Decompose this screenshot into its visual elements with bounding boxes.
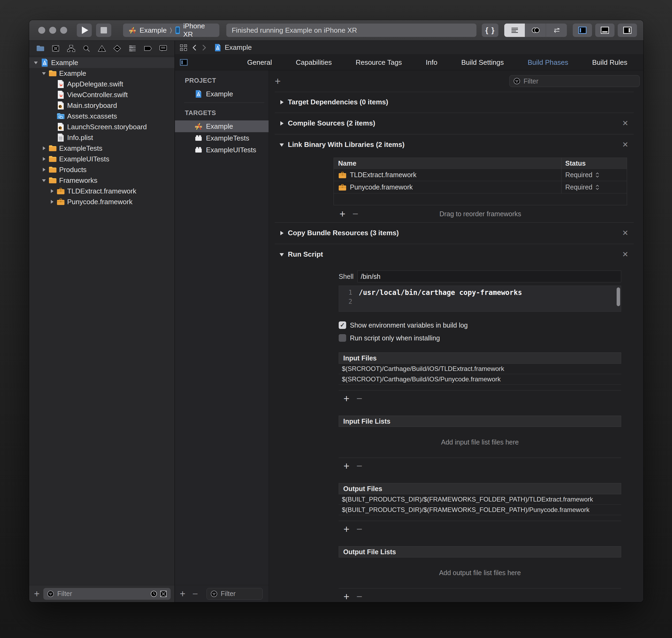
close-window-button[interactable]: [38, 27, 45, 34]
minus-icon[interactable]: −: [192, 589, 198, 599]
toggle-inspectors-button[interactable]: [618, 23, 637, 37]
column-header-status[interactable]: Status: [561, 158, 627, 169]
stepper-icon[interactable]: [595, 183, 600, 191]
script-code-editor[interactable]: 1 /usr/local/bin/carthage copy-framework…: [339, 286, 621, 312]
tree-item-appdelegate-swift[interactable]: AppDelegate.swift: [29, 79, 174, 89]
tree-item-products[interactable]: Products: [29, 164, 174, 175]
scheme-selector[interactable]: Example 〉 iPhone XR: [123, 23, 219, 37]
stop-button[interactable]: [96, 23, 111, 37]
tree-item-exampletests[interactable]: ExampleTests: [29, 143, 174, 154]
scm-status-icon[interactable]: [159, 590, 168, 598]
tab-general[interactable]: General: [247, 58, 272, 67]
plus-icon[interactable]: +: [34, 589, 39, 599]
tab-build-rules[interactable]: Build Rules: [592, 58, 627, 67]
target-item-example[interactable]: Example: [175, 120, 269, 132]
navigator-tab-source-control[interactable]: [50, 43, 61, 54]
toggle-navigator-button[interactable]: [573, 23, 592, 37]
tab-info[interactable]: Info: [426, 58, 437, 67]
disclosure-collapsed-icon[interactable]: [41, 156, 47, 162]
tree-item-punycode-framework[interactable]: Punycode.framework: [29, 197, 174, 207]
tree-item-info-plist[interactable]: PLISTInfo.plist: [29, 132, 174, 143]
back-chevron-icon[interactable]: [192, 44, 197, 52]
framework-status[interactable]: Required: [565, 183, 592, 191]
standard-editor-button[interactable]: [504, 23, 525, 37]
target-item-exampleuitests[interactable]: ExampleUITests: [175, 144, 269, 156]
add-file-button[interactable]: +: [344, 591, 349, 602]
tree-item-exampleuitests[interactable]: ExampleUITests: [29, 154, 174, 164]
navigator-tab-issue[interactable]: [97, 43, 107, 54]
disclosure-collapsed-icon[interactable]: [41, 145, 47, 151]
section-expanded-icon[interactable]: [279, 142, 285, 148]
close-section-icon[interactable]: ✕: [622, 250, 628, 259]
navigator-tab-breakpoint[interactable]: [142, 43, 153, 54]
file-path-row[interactable]: $(SRCROOT)/Carthage/Build/iOS/TLDExtract…: [339, 364, 621, 374]
plus-icon[interactable]: +: [180, 589, 185, 599]
navigator-tab-report[interactable]: [158, 43, 169, 54]
minimize-window-button[interactable]: [49, 27, 56, 34]
checkbox-checked[interactable]: ✓: [339, 321, 346, 329]
tree-item-assets-xcassets[interactable]: Assets.xcassets: [29, 111, 174, 121]
close-section-icon[interactable]: ✕: [622, 140, 628, 149]
section-header-run-script[interactable]: Run Script✕: [269, 244, 643, 265]
remove-file-button[interactable]: −: [356, 460, 362, 472]
add-build-phase-button[interactable]: +: [275, 76, 281, 86]
tab-build-phases[interactable]: Build Phases: [528, 58, 568, 67]
close-section-icon[interactable]: ✕: [622, 229, 628, 237]
shell-input[interactable]: /bin/sh: [357, 271, 621, 282]
related-items-icon[interactable]: [179, 44, 188, 52]
file-path-row[interactable]: $(SRCROOT)/Carthage/Build/iOS/Punycode.f…: [339, 374, 621, 385]
section-collapsed-icon[interactable]: [279, 230, 285, 236]
disclosure-expanded-icon[interactable]: [41, 178, 47, 183]
tree-item-launchscreen-storyboard[interactable]: LaunchScreen.storyboard: [29, 121, 174, 132]
file-path-row[interactable]: $(BUILT_PRODUCTS_DIR)/$(FRAMEWORKS_FOLDE…: [339, 494, 621, 505]
zoom-window-button[interactable]: [60, 27, 67, 34]
section-header-compile-sources[interactable]: Compile Sources (2 items)✕: [269, 113, 643, 134]
navigator-tab-test[interactable]: [112, 43, 122, 54]
checkbox-unchecked[interactable]: [339, 334, 346, 342]
disclosure-expanded-icon[interactable]: [33, 60, 39, 66]
tree-item-frameworks[interactable]: Frameworks: [29, 175, 174, 186]
section-header-link-binary-with-libraries[interactable]: Link Binary With Libraries (2 items)✕: [269, 134, 643, 155]
scrollbar-thumb[interactable]: [617, 287, 620, 306]
remove-file-button[interactable]: −: [356, 523, 362, 535]
disclosure-collapsed-icon[interactable]: [41, 167, 47, 173]
navigator-tab-symbol[interactable]: [66, 43, 76, 54]
add-file-button[interactable]: +: [344, 523, 349, 535]
add-file-button[interactable]: +: [344, 460, 349, 472]
code-review-button[interactable]: { }: [482, 23, 498, 37]
section-header-target-dependencies[interactable]: Target Dependencies (0 items): [269, 92, 643, 113]
navigator-tab-find[interactable]: [81, 43, 92, 54]
section-collapsed-icon[interactable]: [279, 120, 285, 126]
close-section-icon[interactable]: ✕: [622, 119, 628, 128]
navigator-filter-input[interactable]: Filter: [43, 588, 171, 600]
stepper-icon[interactable]: [595, 171, 600, 179]
tree-item-example[interactable]: Example: [29, 68, 174, 79]
tree-item-main-storyboard[interactable]: Main.storyboard: [29, 100, 174, 111]
navigator-tab-debug[interactable]: [127, 43, 138, 54]
tab-resource-tags[interactable]: Resource Tags: [356, 58, 402, 67]
disclosure-expanded-icon[interactable]: [41, 70, 47, 76]
add-file-button[interactable]: +: [344, 393, 349, 404]
remove-file-button[interactable]: −: [356, 393, 362, 404]
framework-status[interactable]: Required: [565, 171, 592, 179]
tree-item-tldextract-framework[interactable]: TLDExtract.framework: [29, 186, 174, 197]
project-item[interactable]: Example: [175, 88, 269, 100]
column-header-name[interactable]: Name: [334, 160, 561, 167]
jumpbar-file-label[interactable]: Example: [225, 43, 252, 52]
framework-row[interactable]: TLDExtract.frameworkRequired: [334, 169, 627, 181]
navigator-tab-project[interactable]: [35, 43, 46, 54]
section-expanded-icon[interactable]: [279, 252, 285, 257]
run-button[interactable]: [77, 23, 92, 37]
tree-item-example[interactable]: Example: [29, 57, 174, 68]
assistant-editor-button[interactable]: [525, 23, 546, 37]
framework-row[interactable]: Punycode.frameworkRequired: [334, 181, 627, 193]
section-collapsed-icon[interactable]: [279, 99, 285, 105]
tab-build-settings[interactable]: Build Settings: [461, 58, 504, 67]
section-header-copy-bundle-resources[interactable]: Copy Bundle Resources (3 items)✕: [269, 223, 643, 244]
disclosure-collapsed-icon[interactable]: [49, 188, 55, 194]
disclosure-collapsed-icon[interactable]: [49, 199, 55, 205]
target-item-exampletests[interactable]: ExampleTests: [175, 132, 269, 144]
forward-chevron-icon[interactable]: [201, 44, 207, 52]
phases-filter-input[interactable]: Filter: [509, 75, 640, 87]
targets-pane-toggle-icon[interactable]: [179, 58, 188, 67]
